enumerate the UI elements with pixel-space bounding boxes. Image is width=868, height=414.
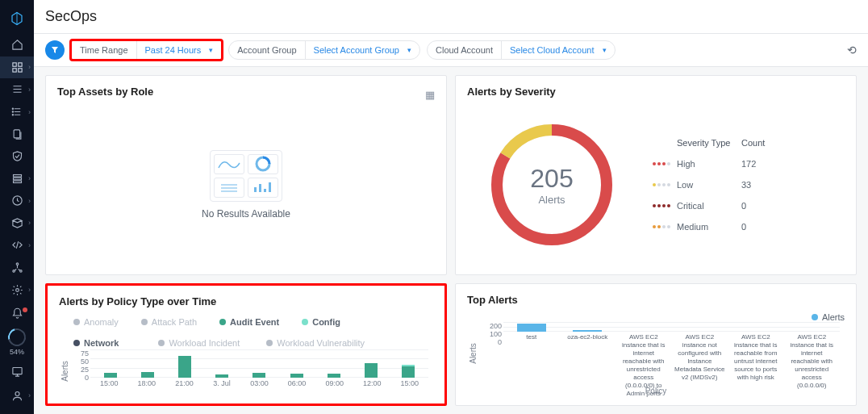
sev-dots-critical (653, 204, 677, 207)
nav-network[interactable] (0, 257, 34, 279)
svg-rect-22 (269, 182, 271, 192)
sev-row-count: 0 (741, 201, 790, 211)
nav-user[interactable]: › (0, 383, 34, 408)
legend-attack-path[interactable]: Attack Path (141, 317, 197, 327)
nav-shield[interactable] (0, 145, 34, 168)
nav-box[interactable]: › (0, 212, 34, 235)
empty-state: No Results Available (57, 104, 435, 265)
sev-dots-low (653, 183, 677, 186)
panel-title: Alerts by Policy Type over Time (59, 295, 433, 307)
timeseries-chart[interactable]: Alerts 7550250 15:0018:0021:003. Jul03:0… (59, 349, 433, 394)
time-range-label: Time Range (72, 41, 136, 59)
legend-config[interactable]: Config (302, 317, 340, 327)
nav-home[interactable] (0, 34, 34, 56)
nav-alarm[interactable] (0, 301, 34, 325)
svg-rect-7 (14, 129, 20, 137)
panel-title: Alerts by Severity (467, 86, 845, 98)
nav-stack[interactable]: › (0, 167, 34, 190)
svg-rect-3 (18, 69, 21, 72)
svg-point-6 (12, 115, 13, 115)
page-title: SecOps (34, 0, 868, 34)
svg-point-15 (15, 288, 19, 291)
sev-row-label[interactable]: Medium (677, 222, 741, 232)
severity-col-count: Count (741, 138, 790, 148)
sev-row-label[interactable]: Critical (677, 201, 741, 211)
filter-brand-icon[interactable] (45, 40, 65, 60)
content-grid: Top Assets by Role ▦ No Results Availabl… (34, 67, 868, 414)
panel-alerts-severity: Alerts by Severity 205 Alerts Severity (455, 75, 857, 275)
severity-total: 205 (530, 164, 573, 194)
panel-title: Top Alerts (467, 294, 845, 306)
panel-top-alerts: Top Alerts Alerts Alerts 2001000 testoza… (455, 283, 857, 406)
cloud-account-value: Select Cloud Account (502, 41, 603, 59)
svg-rect-21 (264, 189, 266, 192)
svg-point-4 (12, 108, 13, 109)
svg-rect-20 (259, 184, 261, 192)
cloud-account-label: Cloud Account (428, 41, 501, 59)
time-range-value: Past 24 Hours (137, 41, 210, 59)
filter-bar: Time Range Past 24 Hours ▾ Account Group… (34, 34, 868, 67)
severity-total-label: Alerts (538, 194, 565, 206)
chevron-down-icon: ▾ (407, 46, 419, 54)
svg-point-14 (19, 270, 22, 273)
severity-table: Severity Type Count High 172 Low 33 Crit… (653, 138, 790, 232)
panel-title: Top Assets by Role (57, 86, 153, 98)
gauge-pct: 54% (10, 348, 24, 356)
svg-rect-2 (12, 69, 15, 72)
left-sidebar: › › › › › › › › 54% › (0, 0, 34, 414)
reset-filters-icon[interactable]: ⟲ (847, 44, 857, 56)
legend-audit[interactable]: Audit Event (219, 317, 279, 327)
account-group-value: Select Account Group (306, 41, 407, 59)
svg-point-13 (12, 270, 15, 273)
sev-row-label[interactable]: High (677, 159, 741, 169)
main-area: SecOps Time Range Past 24 Hours ▾ Accoun… (34, 0, 868, 414)
nav-list[interactable]: › (0, 78, 34, 101)
legend-anomaly[interactable]: Anomaly (73, 317, 119, 327)
sev-row-label[interactable]: Low (677, 180, 741, 190)
empty-text: No Results Available (202, 208, 290, 220)
table-view-icon[interactable]: ▦ (425, 89, 435, 101)
gauge-ring-icon (5, 325, 29, 349)
y-axis-label: Alerts (59, 349, 71, 394)
top-alerts-legend[interactable]: Alerts (467, 312, 845, 322)
svg-rect-10 (13, 181, 21, 183)
nav-list-alt[interactable]: › (0, 101, 34, 123)
nav-gear[interactable]: › (0, 278, 34, 301)
panel-alerts-timeseries: Alerts by Policy Type over Time Anomaly … (45, 283, 447, 406)
sev-row-count: 0 (741, 222, 790, 232)
account-group-label: Account Group (229, 41, 304, 59)
sev-row-count: 172 (741, 159, 790, 169)
empty-illustration-icon (210, 150, 282, 202)
time-range-filter[interactable]: Time Range Past 24 Hours ▾ (71, 40, 222, 60)
svg-rect-16 (12, 367, 21, 374)
severity-col-type: Severity Type (677, 138, 741, 148)
timeseries-legend: Anomaly Attack Path Audit Event Config N… (73, 317, 433, 348)
severity-donut[interactable]: 205 Alerts (483, 116, 620, 253)
svg-rect-8 (13, 174, 21, 177)
svg-rect-1 (18, 63, 21, 66)
svg-rect-9 (13, 178, 21, 180)
sev-dots-medium (653, 225, 677, 228)
alarm-dot-icon (23, 307, 27, 312)
usage-gauge[interactable]: 54% (0, 325, 34, 359)
sev-dots-high (653, 162, 677, 165)
chevron-down-icon: ▾ (209, 46, 221, 54)
cloud-account-filter[interactable]: Cloud Account Select Cloud Account ▾ (427, 40, 616, 60)
top-alerts-chart[interactable]: Alerts 2001000 testoza-ec2-blockAWS EC2 … (467, 322, 845, 385)
svg-point-17 (15, 391, 19, 395)
svg-point-12 (16, 263, 19, 266)
nav-dashboard[interactable]: › (0, 56, 34, 79)
svg-rect-19 (254, 187, 257, 192)
app-logo[interactable] (0, 6, 34, 34)
panel-top-assets: Top Assets by Role ▦ No Results Availabl… (45, 75, 447, 275)
svg-rect-0 (12, 63, 15, 66)
y-axis-label: Alerts (467, 322, 479, 385)
sev-row-count: 33 (741, 180, 790, 190)
nav-code[interactable]: › (0, 234, 34, 257)
chevron-down-icon: ▾ (603, 46, 615, 54)
nav-monitor[interactable] (0, 359, 34, 383)
nav-history[interactable]: › (0, 190, 34, 212)
account-group-filter[interactable]: Account Group Select Account Group ▾ (228, 40, 420, 60)
legend-network[interactable]: Network Workload Incident Workload Vulne… (73, 338, 433, 348)
nav-copy[interactable] (0, 123, 34, 145)
